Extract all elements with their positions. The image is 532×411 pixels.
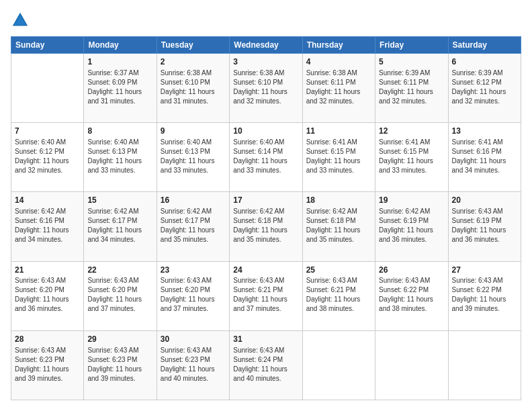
day-detail: Sunrise: 6:43 AMSunset: 6:21 PMDaylight:…: [233, 276, 298, 314]
calendar-cell: 20Sunrise: 6:43 AMSunset: 6:19 PMDayligh…: [448, 192, 521, 261]
day-detail: Sunrise: 6:42 AMSunset: 6:17 PMDaylight:…: [161, 207, 226, 244]
day-detail: Sunrise: 6:42 AMSunset: 6:18 PMDaylight:…: [233, 207, 298, 244]
day-detail: Sunrise: 6:38 AMSunset: 6:10 PMDaylight:…: [161, 68, 226, 106]
day-detail: Sunrise: 6:41 AMSunset: 6:15 PMDaylight:…: [306, 138, 371, 175]
weekday-header-saturday: Saturday: [448, 37, 521, 54]
day-detail: Sunrise: 6:43 AMSunset: 6:24 PMDaylight:…: [233, 346, 298, 383]
calendar-cell: 5Sunrise: 6:39 AMSunset: 6:11 PMDaylight…: [375, 54, 448, 123]
day-number: 31: [233, 334, 298, 345]
weekday-header-row: SundayMondayTuesdayWednesdayThursdayFrid…: [11, 37, 521, 54]
calendar-cell: 10Sunrise: 6:40 AMSunset: 6:14 PMDayligh…: [230, 123, 302, 192]
day-detail: Sunrise: 6:40 AMSunset: 6:12 PMDaylight:…: [15, 138, 80, 175]
calendar-cell: 7Sunrise: 6:40 AMSunset: 6:12 PMDaylight…: [11, 123, 84, 192]
weekday-header-friday: Friday: [375, 37, 448, 54]
day-detail: Sunrise: 6:43 AMSunset: 6:22 PMDaylight:…: [379, 276, 444, 314]
day-detail: Sunrise: 6:39 AMSunset: 6:12 PMDaylight:…: [452, 68, 517, 106]
day-detail: Sunrise: 6:42 AMSunset: 6:19 PMDaylight:…: [379, 207, 444, 244]
header: [11, 11, 521, 30]
day-number: 9: [161, 126, 226, 137]
day-detail: Sunrise: 6:41 AMSunset: 6:16 PMDaylight:…: [452, 138, 517, 175]
day-number: 15: [87, 195, 152, 206]
calendar-cell: 4Sunrise: 6:38 AMSunset: 6:11 PMDaylight…: [302, 54, 375, 123]
day-number: 5: [379, 56, 444, 68]
day-number: 17: [233, 195, 298, 206]
day-detail: Sunrise: 6:40 AMSunset: 6:14 PMDaylight:…: [233, 138, 298, 175]
calendar-cell: 6Sunrise: 6:39 AMSunset: 6:12 PMDaylight…: [448, 54, 521, 123]
calendar-cell: 11Sunrise: 6:41 AMSunset: 6:15 PMDayligh…: [302, 123, 375, 192]
day-number: 30: [161, 334, 226, 345]
day-detail: Sunrise: 6:43 AMSunset: 6:20 PMDaylight:…: [15, 276, 80, 314]
calendar-cell: 29Sunrise: 6:43 AMSunset: 6:23 PMDayligh…: [84, 330, 157, 400]
week-row-4: 21Sunrise: 6:43 AMSunset: 6:20 PMDayligh…: [11, 261, 521, 330]
day-number: 29: [87, 334, 152, 345]
weekday-header-tuesday: Tuesday: [157, 37, 229, 54]
page: SundayMondayTuesdayWednesdayThursdayFrid…: [0, 0, 532, 411]
weekday-header-thursday: Thursday: [302, 37, 375, 54]
calendar-cell: 16Sunrise: 6:42 AMSunset: 6:17 PMDayligh…: [157, 192, 229, 261]
day-number: 25: [306, 265, 371, 276]
day-number: 14: [15, 195, 80, 206]
day-detail: Sunrise: 6:43 AMSunset: 6:19 PMDaylight:…: [452, 207, 517, 244]
day-number: 24: [233, 265, 298, 276]
week-row-1: 1Sunrise: 6:37 AMSunset: 6:09 PMDaylight…: [11, 54, 521, 123]
calendar-cell: 22Sunrise: 6:43 AMSunset: 6:20 PMDayligh…: [84, 261, 157, 330]
day-number: 13: [452, 126, 517, 137]
calendar-cell: 1Sunrise: 6:37 AMSunset: 6:09 PMDaylight…: [84, 54, 157, 123]
day-detail: Sunrise: 6:39 AMSunset: 6:11 PMDaylight:…: [379, 68, 444, 106]
day-detail: Sunrise: 6:38 AMSunset: 6:11 PMDaylight:…: [306, 68, 371, 106]
calendar-cell: 25Sunrise: 6:43 AMSunset: 6:21 PMDayligh…: [302, 261, 375, 330]
day-detail: Sunrise: 6:37 AMSunset: 6:09 PMDaylight:…: [87, 68, 152, 106]
day-number: 11: [306, 126, 371, 137]
weekday-header-wednesday: Wednesday: [230, 37, 302, 54]
logo-icon: [11, 11, 30, 30]
calendar-cell: 31Sunrise: 6:43 AMSunset: 6:24 PMDayligh…: [230, 330, 302, 400]
day-number: 1: [87, 56, 152, 68]
day-detail: Sunrise: 6:41 AMSunset: 6:15 PMDaylight:…: [379, 138, 444, 175]
day-detail: Sunrise: 6:40 AMSunset: 6:13 PMDaylight:…: [87, 138, 152, 175]
calendar-table: SundayMondayTuesdayWednesdayThursdayFrid…: [11, 36, 521, 400]
calendar-cell: 2Sunrise: 6:38 AMSunset: 6:10 PMDaylight…: [157, 54, 229, 123]
calendar-cell: [448, 330, 521, 400]
day-detail: Sunrise: 6:42 AMSunset: 6:17 PMDaylight:…: [87, 207, 152, 244]
day-number: 10: [233, 126, 298, 137]
day-detail: Sunrise: 6:43 AMSunset: 6:23 PMDaylight:…: [15, 346, 80, 383]
day-number: 7: [15, 126, 80, 137]
day-number: 28: [15, 334, 80, 345]
day-detail: Sunrise: 6:43 AMSunset: 6:20 PMDaylight:…: [161, 276, 226, 314]
calendar-cell: 8Sunrise: 6:40 AMSunset: 6:13 PMDaylight…: [84, 123, 157, 192]
day-number: 27: [452, 265, 517, 276]
calendar-cell: 17Sunrise: 6:42 AMSunset: 6:18 PMDayligh…: [230, 192, 302, 261]
logo: [11, 11, 32, 30]
week-row-2: 7Sunrise: 6:40 AMSunset: 6:12 PMDaylight…: [11, 123, 521, 192]
day-number: 8: [87, 126, 152, 137]
day-number: 3: [233, 56, 298, 68]
calendar-cell: 15Sunrise: 6:42 AMSunset: 6:17 PMDayligh…: [84, 192, 157, 261]
weekday-header-monday: Monday: [84, 37, 157, 54]
calendar-cell: 24Sunrise: 6:43 AMSunset: 6:21 PMDayligh…: [230, 261, 302, 330]
day-number: 4: [306, 56, 371, 68]
day-detail: Sunrise: 6:43 AMSunset: 6:21 PMDaylight:…: [306, 276, 371, 314]
day-number: 18: [306, 195, 371, 206]
weekday-header-sunday: Sunday: [11, 37, 84, 54]
day-detail: Sunrise: 6:43 AMSunset: 6:20 PMDaylight:…: [87, 276, 152, 314]
day-number: 2: [161, 56, 226, 68]
day-number: 21: [15, 265, 80, 276]
calendar-cell: 30Sunrise: 6:43 AMSunset: 6:23 PMDayligh…: [157, 330, 229, 400]
day-number: 23: [161, 265, 226, 276]
calendar-cell: [11, 54, 84, 123]
day-detail: Sunrise: 6:43 AMSunset: 6:23 PMDaylight:…: [87, 346, 152, 383]
calendar-cell: 9Sunrise: 6:40 AMSunset: 6:13 PMDaylight…: [157, 123, 229, 192]
calendar-cell: 3Sunrise: 6:38 AMSunset: 6:10 PMDaylight…: [230, 54, 302, 123]
calendar-cell: 18Sunrise: 6:42 AMSunset: 6:18 PMDayligh…: [302, 192, 375, 261]
calendar-cell: 28Sunrise: 6:43 AMSunset: 6:23 PMDayligh…: [11, 330, 84, 400]
day-detail: Sunrise: 6:40 AMSunset: 6:13 PMDaylight:…: [161, 138, 226, 175]
day-number: 16: [161, 195, 226, 206]
calendar-cell: 23Sunrise: 6:43 AMSunset: 6:20 PMDayligh…: [157, 261, 229, 330]
day-detail: Sunrise: 6:42 AMSunset: 6:18 PMDaylight:…: [306, 207, 371, 244]
day-detail: Sunrise: 6:43 AMSunset: 6:22 PMDaylight:…: [452, 276, 517, 314]
day-number: 20: [452, 195, 517, 206]
day-number: 6: [452, 56, 517, 68]
week-row-5: 28Sunrise: 6:43 AMSunset: 6:23 PMDayligh…: [11, 330, 521, 400]
day-number: 26: [379, 265, 444, 276]
day-number: 19: [379, 195, 444, 206]
